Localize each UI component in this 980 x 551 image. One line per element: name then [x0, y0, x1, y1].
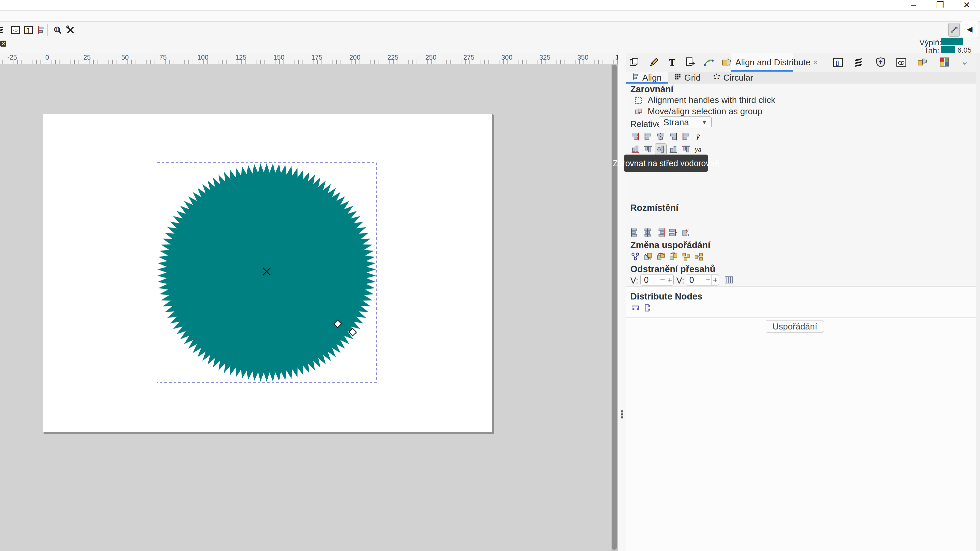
- exchange-z-positions-button[interactable]: [642, 251, 654, 262]
- align-center-on-vertical-axis-button[interactable]: [655, 131, 667, 142]
- xml-editor-icon[interactable]: <>: [11, 25, 21, 35]
- ruler-label: 200: [349, 54, 360, 61]
- swatches-icon[interactable]: [939, 57, 950, 68]
- align-bottom-to-anchor-top-button[interactable]: [630, 144, 641, 155]
- unclump-button[interactable]: [680, 251, 692, 262]
- section-heading-zmena: Změna uspořádání: [630, 240, 710, 251]
- spin-plus-button[interactable]: +: [711, 275, 719, 285]
- tab-align-and-distribute[interactable]: Align and Distribute ×: [731, 53, 793, 71]
- subtab-label: Grid: [684, 73, 701, 83]
- align-left-edges-button[interactable]: [642, 131, 654, 142]
- option-move-as-group[interactable]: Move/align selection as group: [634, 106, 762, 117]
- align-top-to-anchor-bottom-button[interactable]: [680, 144, 692, 155]
- chevron-down-icon: ▼: [702, 119, 707, 126]
- document-properties-icon[interactable]: []: [832, 57, 844, 68]
- layers-toolbar-icon[interactable]: [0, 25, 7, 35]
- inkscape-window: – ❐ ✕ <>[]Q ◀ Výplň: Tah: 6,05 ✕ -250255…: [0, 0, 980, 551]
- subtab-align[interactable]: Align: [626, 71, 668, 84]
- minimize-button[interactable]: –: [900, 0, 927, 10]
- overlap-h-spinner[interactable]: 0 − +: [640, 274, 674, 286]
- align-bottom-edges-button[interactable]: [668, 144, 679, 155]
- close-button[interactable]: ✕: [953, 0, 980, 10]
- collapse-panel-button[interactable]: ◀: [961, 21, 978, 38]
- restore-button[interactable]: ❐: [927, 0, 953, 10]
- rearrange-buttons-row: [630, 251, 704, 262]
- overlap-v-label: V:: [676, 275, 684, 286]
- star-shape[interactable]: [158, 163, 376, 382]
- spin-value: 0: [641, 275, 659, 285]
- ruler-label: 250: [425, 54, 436, 61]
- subtab-grid[interactable]: Grid: [668, 71, 707, 84]
- align-dialog-content: Zarovnání Alignment handles with third c…: [626, 84, 976, 320]
- align-right-edges-button[interactable]: [668, 131, 679, 142]
- align-text-anchor-vertical-button[interactable]: ya: [693, 144, 704, 155]
- text-and-font-icon[interactable]: T: [667, 57, 678, 68]
- subtab-circular[interactable]: Circular: [707, 71, 759, 84]
- panel-scrollbar[interactable]: [976, 53, 980, 551]
- distribute-buttons-row: ya: [630, 227, 692, 238]
- distribute-nodes-horizontally-button[interactable]: [630, 302, 641, 313]
- distribute-nodes-vertically-button[interactable]: [642, 302, 654, 313]
- objects-icon[interactable]: [628, 57, 640, 68]
- exchange-stacking-order-button[interactable]: [655, 251, 667, 262]
- distribute-left-edges-button[interactable]: [630, 227, 641, 238]
- layers-icon[interactable]: [854, 57, 865, 68]
- align-distribute-toolbar-icon[interactable]: [36, 25, 46, 35]
- ruler-label: 0: [45, 54, 49, 61]
- align-right-to-anchor-left-button[interactable]: [630, 131, 641, 142]
- svg-text:[]: []: [836, 60, 838, 66]
- fill-swatch[interactable]: [941, 38, 963, 45]
- dropdown-value: Strana: [663, 117, 689, 128]
- extensions-icon[interactable]: [917, 57, 928, 68]
- distribute-right-edges-button[interactable]: [655, 227, 667, 238]
- toolbar-separator: [47, 24, 48, 36]
- canvas-area[interactable]: [0, 64, 618, 551]
- fill-and-stroke-icon[interactable]: [648, 57, 660, 68]
- find-replace-icon[interactable]: Q: [52, 25, 63, 35]
- ruler-label: 350: [578, 54, 588, 61]
- tab-close-icon[interactable]: ×: [813, 58, 818, 67]
- section-heading-rozmisteni: Rozmístění: [630, 203, 678, 213]
- overlap-v-spinner[interactable]: 0 − +: [686, 274, 719, 286]
- grid-subtab-icon: [674, 73, 682, 83]
- relative-to-dropdown[interactable]: Strana ▼: [659, 116, 712, 128]
- distribute-centers-horizontally-button[interactable]: [642, 227, 654, 238]
- option-label: Move/align selection as group: [648, 106, 762, 117]
- document-properties-toolbar-icon[interactable]: []: [23, 25, 33, 35]
- remove-overlaps-button[interactable]: [723, 274, 734, 286]
- rotate-selection-button[interactable]: [668, 251, 679, 262]
- tab-overflow-chevron-icon[interactable]: ⌄: [959, 55, 970, 67]
- snap-toggle-button[interactable]: [948, 23, 960, 37]
- align-center-on-horizontal-axis-button[interactable]: [655, 144, 667, 155]
- align-text-anchor-horizontal-button[interactable]: ŷ: [693, 131, 704, 142]
- svg-text:Q: Q: [56, 27, 59, 32]
- ruler-label: 50: [121, 54, 129, 61]
- canvas-vertical-scrollbar[interactable]: [611, 64, 618, 551]
- stroke-swatch[interactable]: [941, 46, 955, 53]
- display-settings-icon[interactable]: [896, 57, 907, 68]
- spin-minus-button[interactable]: −: [704, 275, 711, 285]
- distribute-text-anchors-button[interactable]: ya: [680, 227, 692, 238]
- panel-splitter[interactable]: [618, 53, 626, 551]
- circular-subtab-icon: [713, 73, 721, 83]
- node-editor-icon[interactable]: [703, 57, 714, 68]
- object-properties-icon[interactable]: [875, 57, 886, 68]
- scrollbar-thumb[interactable]: [612, 65, 617, 549]
- randomize-positions-button[interactable]: [693, 251, 704, 262]
- preferences-icon[interactable]: [65, 25, 75, 35]
- align-left-to-anchor-right-button[interactable]: [680, 131, 692, 142]
- align-top-edges-button[interactable]: [642, 144, 654, 155]
- spin-plus-button[interactable]: +: [666, 275, 673, 285]
- small-close-icon[interactable]: ✕: [0, 41, 6, 47]
- ruler-label: 100: [197, 54, 208, 61]
- toolbar: [0, 21, 980, 54]
- spin-minus-button[interactable]: −: [659, 275, 666, 285]
- graph-layout-button[interactable]: [630, 251, 641, 262]
- usporadani-button[interactable]: Uspořádání: [766, 320, 824, 333]
- align-subtabs: AlignGridCircular: [626, 71, 976, 84]
- distribute-equal-horizontal-gaps-button[interactable]: [668, 227, 679, 238]
- export-icon[interactable]: [685, 57, 696, 68]
- align-subtab-icon: [632, 73, 640, 83]
- option-alignment-handles[interactable]: Alignment handles with third click: [634, 95, 775, 105]
- svg-text:ŷ: ŷ: [696, 133, 700, 140]
